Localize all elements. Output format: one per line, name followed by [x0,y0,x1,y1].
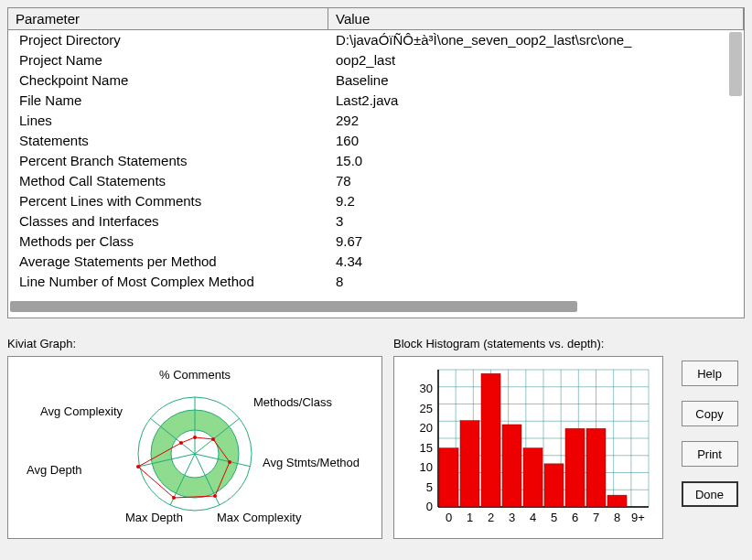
svg-point-16 [136,465,140,468]
header-value[interactable]: Value [328,8,744,29]
svg-text:10: 10 [420,460,433,474]
table-row[interactable]: Lines292 [8,111,744,131]
table-row[interactable]: Average Statements per Method4.34 [8,252,744,272]
copy-button[interactable]: Copy [682,401,738,426]
cell-parameter: Line Number of Most Complex Method [8,272,328,292]
table-row[interactable]: Method Call Statements78 [8,171,744,191]
histogram-chart: 0510152025300123456789+ [393,356,663,539]
svg-rect-46 [523,448,543,507]
table-body: Project DirectoryD:\javaÓïÑÔ±à³Ì\one_sev… [8,30,744,314]
svg-text:15: 15 [420,441,433,455]
cell-parameter: Project Name [8,50,328,70]
table-row[interactable]: Methods per Class9.67 [8,232,744,252]
metrics-table: Parameter Value Project DirectoryD:\java… [7,7,745,318]
cell-value: 160 [328,131,744,151]
svg-rect-47 [544,464,564,507]
cell-value: 15.0 [328,151,744,171]
svg-text:2: 2 [488,511,494,524]
cell-value: 8 [328,272,744,292]
cell-value: 9.67 [328,232,744,252]
cell-value: Baseline [328,70,744,91]
svg-text:20: 20 [420,421,433,435]
svg-text:0: 0 [446,511,452,524]
cell-parameter: Lines [8,111,328,131]
table-row[interactable]: File NameLast2.java [8,91,744,111]
cell-parameter: Checkpoint Name [8,70,328,91]
axis-max-depth: Max Depth [125,511,183,524]
cell-parameter: Methods per Class [8,232,328,252]
svg-rect-44 [481,373,500,507]
table-row[interactable]: Percent Lines with Comments9.2 [8,191,744,211]
cell-value: Last2.java [328,91,744,111]
cell-parameter: File Name [8,91,328,111]
svg-text:5: 5 [426,480,433,494]
svg-text:4: 4 [530,511,536,524]
table-row[interactable]: Statements160 [8,131,744,151]
kiviat-chart: % Comments Methods/Class Avg Stmts/Metho… [7,356,382,539]
svg-text:7: 7 [593,511,599,524]
table-row[interactable]: Project DirectoryD:\javaÓïÑÔ±à³Ì\one_sev… [8,30,744,50]
horizontal-scrollbar[interactable] [10,301,577,312]
table-row[interactable]: Checkpoint NameBaseline [8,70,744,91]
svg-rect-50 [607,495,627,507]
table-header-row: Parameter Value [8,8,744,30]
svg-text:0: 0 [426,500,433,513]
vertical-scrollbar[interactable] [729,32,742,96]
svg-point-14 [213,494,217,498]
table-row[interactable]: Line Number of Most Complex Method8 [8,272,744,292]
axis-avg-stmts: Avg Stmts/Method [263,456,360,469]
svg-rect-42 [439,448,458,507]
cell-parameter: Percent Branch Statements [8,151,328,171]
cell-value: 4.34 [328,252,744,272]
svg-text:30: 30 [420,382,433,395]
table-row[interactable]: Project Nameoop2_last [8,50,744,70]
axis-methods-class: Methods/Class [253,395,332,409]
histogram-title: Block Histogram (statements vs. depth): [393,337,663,350]
svg-point-15 [172,496,176,500]
cell-parameter: Classes and Interfaces [8,211,328,232]
cell-value: 292 [328,111,744,131]
svg-text:25: 25 [420,402,433,415]
cell-value: 9.2 [328,191,744,211]
axis-comments: % Comments [159,368,231,382]
svg-text:3: 3 [509,511,515,524]
svg-text:1: 1 [467,511,473,524]
svg-text:5: 5 [551,511,557,524]
svg-text:8: 8 [614,511,620,524]
print-button[interactable]: Print [682,441,738,467]
svg-rect-49 [586,428,606,507]
header-parameter[interactable]: Parameter [8,8,328,29]
axis-avg-complexity: Avg Complexity [40,404,123,418]
cell-parameter: Project Directory [8,30,328,50]
cell-value: 3 [328,211,744,232]
svg-text:6: 6 [572,511,578,524]
cell-value: D:\javaÓïÑÔ±à³Ì\one_seven_oop2_last\src\… [328,30,744,50]
svg-rect-43 [460,421,479,507]
svg-point-12 [211,437,215,441]
cell-parameter: Average Statements per Method [8,252,328,272]
help-button[interactable]: Help [682,361,738,386]
cell-value: 78 [328,171,744,191]
axis-avg-depth: Avg Depth [27,463,81,477]
svg-rect-45 [502,425,521,507]
kiviat-title: Kiviat Graph: [7,337,382,350]
svg-point-11 [193,436,197,439]
table-row[interactable]: Percent Branch Statements15.0 [8,151,744,171]
table-row[interactable]: Classes and Interfaces3 [8,211,744,232]
done-button[interactable]: Done [682,481,738,507]
svg-point-13 [228,460,231,464]
cell-value: oop2_last [328,50,744,70]
svg-rect-48 [565,428,585,507]
axis-max-complexity: Max Complexity [217,511,301,524]
cell-parameter: Statements [8,131,328,151]
cell-parameter: Method Call Statements [8,171,328,191]
svg-text:9+: 9+ [631,511,645,524]
svg-point-17 [179,441,183,445]
cell-parameter: Percent Lines with Comments [8,191,328,211]
